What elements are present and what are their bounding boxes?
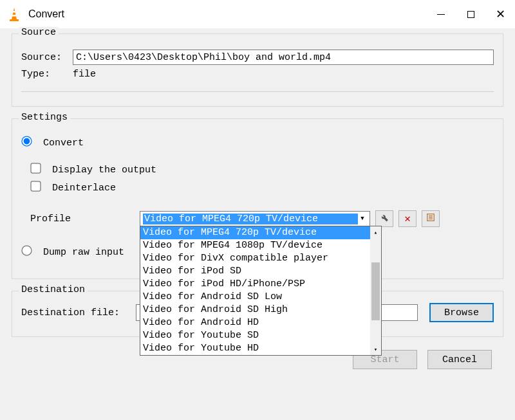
deinterlace-label: Deinterlace bbox=[52, 183, 116, 194]
browse-button[interactable]: Browse bbox=[429, 303, 494, 322]
profile-dropdown-list[interactable]: Video for MPEG4 720p TV/deviceVideo for … bbox=[140, 226, 382, 356]
new-profile-icon bbox=[426, 213, 435, 225]
vlc-cone-icon bbox=[6, 6, 22, 22]
settings-legend: Settings bbox=[19, 112, 70, 123]
profile-option[interactable]: Video for Android SD High bbox=[140, 304, 370, 316]
deinterlace-row[interactable]: Deinterlace bbox=[30, 183, 116, 194]
profile-combobox[interactable]: Video for MPEG4 720p TV/device ▼ bbox=[140, 211, 370, 226]
close-button[interactable]: ✕ bbox=[485, 0, 515, 28]
source-input[interactable] bbox=[73, 50, 494, 65]
dump-raw-radio[interactable] bbox=[21, 245, 32, 255]
svg-rect-1 bbox=[12, 11, 16, 13]
minimize-button[interactable] bbox=[426, 0, 456, 28]
svg-marker-0 bbox=[12, 8, 17, 19]
display-output-row[interactable]: Display the output bbox=[30, 165, 156, 176]
type-value: file bbox=[73, 69, 96, 80]
scroll-thumb[interactable] bbox=[371, 262, 380, 320]
chevron-down-icon: ▼ bbox=[358, 215, 367, 222]
maximize-button[interactable] bbox=[456, 0, 485, 28]
edit-profile-button[interactable] bbox=[375, 210, 393, 227]
source-group: Source Source: Type: file bbox=[12, 33, 503, 107]
svg-rect-2 bbox=[12, 15, 17, 17]
convert-radio-row[interactable]: Convert bbox=[21, 138, 84, 149]
profile-option[interactable]: Video for Android SD Low bbox=[140, 291, 370, 304]
dump-raw-label: Dump raw input bbox=[43, 247, 124, 258]
titlebar: Convert ✕ bbox=[0, 0, 515, 28]
profile-label: Profile bbox=[30, 214, 140, 224]
cancel-button[interactable]: Cancel bbox=[427, 350, 492, 369]
convert-radio[interactable] bbox=[21, 136, 32, 146]
destination-legend: Destination bbox=[19, 284, 88, 295]
profile-option[interactable]: Video for iPod SD bbox=[140, 265, 370, 278]
source-divider bbox=[21, 91, 494, 92]
new-profile-button[interactable] bbox=[422, 210, 440, 227]
window-title: Convert bbox=[28, 8, 64, 20]
close-icon: ✕ bbox=[496, 7, 505, 21]
type-label: Type: bbox=[21, 69, 73, 80]
settings-group: Settings Convert Display the output Dein… bbox=[12, 118, 503, 279]
source-label: Source: bbox=[21, 52, 73, 63]
source-legend: Source bbox=[19, 27, 59, 38]
svg-rect-3 bbox=[10, 19, 19, 21]
wrench-icon bbox=[380, 213, 389, 225]
display-output-checkbox[interactable] bbox=[30, 163, 41, 173]
dropdown-scrollbar[interactable]: ▴ ▾ bbox=[370, 226, 381, 355]
profile-option[interactable]: Video for iPod HD/iPhone/PSP bbox=[140, 278, 370, 291]
destination-file-label: Destination file: bbox=[21, 307, 136, 318]
convert-radio-label: Convert bbox=[43, 138, 84, 149]
deinterlace-checkbox[interactable] bbox=[30, 181, 41, 191]
profile-option[interactable]: Video for MPEG4 1080p TV/device bbox=[140, 239, 370, 252]
profile-option[interactable]: Video for MPEG4 720p TV/device bbox=[140, 226, 370, 239]
profile-option[interactable]: Video for Android HD bbox=[140, 316, 370, 329]
maximize-icon bbox=[467, 11, 474, 18]
minimize-icon bbox=[437, 14, 445, 15]
profile-option[interactable]: Video for Youtube HD bbox=[140, 342, 370, 355]
profile-option[interactable]: Video for Youtube SD bbox=[140, 329, 370, 342]
dump-raw-row[interactable]: Dump raw input bbox=[21, 247, 124, 258]
x-delete-icon: ✕ bbox=[404, 212, 411, 225]
profile-option[interactable]: Video for DivX compatible player bbox=[140, 252, 370, 265]
scroll-down-icon[interactable]: ▾ bbox=[370, 343, 381, 355]
delete-profile-button[interactable]: ✕ bbox=[398, 210, 417, 227]
scroll-up-icon[interactable]: ▴ bbox=[370, 226, 381, 238]
profile-selected-value: Video for MPEG4 720p TV/device bbox=[143, 214, 358, 224]
display-output-label: Display the output bbox=[52, 165, 156, 176]
